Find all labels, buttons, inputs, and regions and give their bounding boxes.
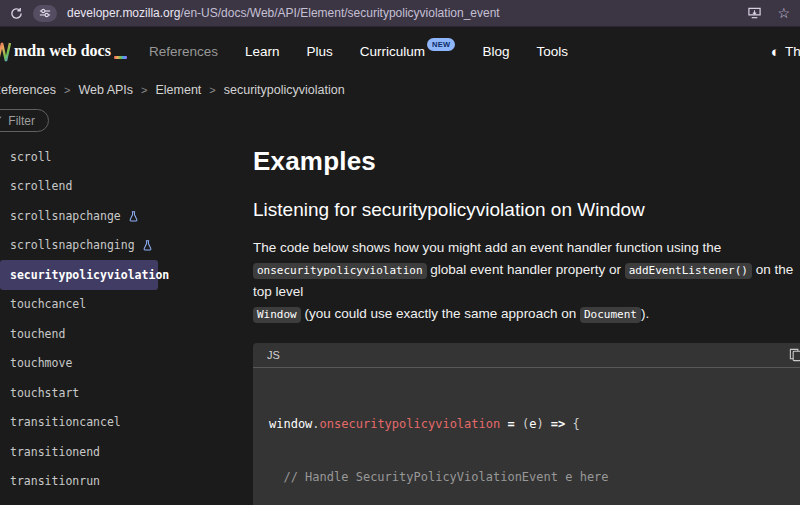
inline-code-document[interactable]: Document <box>580 307 641 323</box>
paragraph-line: Window (you could use exactly the same a… <box>253 303 800 326</box>
inline-code-onsecuritypolicyviolation[interactable]: onsecuritypolicyviolation <box>253 263 427 279</box>
crumb-current-page: securitypolicyviolation <box>224 83 345 97</box>
article: Examples Listening for securitypolicyvio… <box>253 104 800 505</box>
sidebar-item-transitionend[interactable]: transitionend <box>0 437 253 467</box>
sidebar-item-touchcancel[interactable]: touchcancel <box>0 290 253 320</box>
paragraph-text: global event handler property or <box>427 262 625 277</box>
code-token: ) <box>536 417 543 431</box>
main-nav: References Learn Plus CurriculumNEW Blog… <box>149 44 568 59</box>
subsection-heading: Listening for securitypolicyviolation on… <box>253 198 800 221</box>
breadcrumb-separator: > <box>64 84 70 96</box>
mdn-header: mdn web docs References Learn Plus Curri… <box>0 27 800 76</box>
code-content: window.onsecuritypolicyviolation = (e) =… <box>253 368 800 505</box>
sidebar-item-scroll[interactable]: scroll <box>0 142 253 172</box>
sidebar-item-label: scrollsnapchange <box>10 209 121 223</box>
nav-curriculum-label: Curriculum <box>360 44 425 59</box>
nav-references[interactable]: References <box>149 44 218 59</box>
sidebar-item-label: touchcancel <box>10 297 86 311</box>
code-line: // Handle SecurityPolicyViolationEvent e… <box>269 469 794 487</box>
sidebar-item-scrollsnapchanging[interactable]: scrollsnapchanging <box>0 231 253 261</box>
code-token: onsecuritypolicyviolation <box>320 417 501 431</box>
install-page-icon[interactable] <box>747 6 762 20</box>
code-token: . <box>312 417 319 431</box>
paragraph-text: The code below shows how you might add a… <box>253 240 721 255</box>
sidebar-item-transitionstart[interactable]: transitionstart <box>0 496 253 505</box>
experimental-flask-icon <box>128 211 139 222</box>
paragraph-line: The code below shows how you might add a… <box>253 237 800 259</box>
paragraph-text: ). <box>641 306 649 321</box>
paragraph-line: onsecuritypolicyviolation global event h… <box>253 259 800 303</box>
sidebar-item-transitioncancel[interactable]: transitioncancel <box>0 408 253 438</box>
sidebar-item-label: scrollend <box>10 179 72 193</box>
code-comment: // Handle SecurityPolicyViolationEvent e… <box>269 470 609 484</box>
code-token: window <box>269 417 312 431</box>
breadcrumb-separator: > <box>141 84 147 96</box>
code-language-label: JS <box>267 349 280 361</box>
sidebar-item-scrollsnapchange[interactable]: scrollsnapchange <box>0 201 253 231</box>
sidebar-item-touchend[interactable]: touchend <box>0 319 253 349</box>
inline-code-addeventlistener[interactable]: addEventListener() <box>625 263 752 279</box>
sidebar-item-label: touchstart <box>10 386 79 400</box>
mdn-logo-underscore <box>114 56 127 59</box>
new-badge: NEW <box>427 38 455 51</box>
sidebar-item-scrollend[interactable]: scrollend <box>0 172 253 202</box>
sidebar-item-touchmove[interactable]: touchmove <box>0 349 253 379</box>
section-heading-examples: Examples <box>253 146 800 176</box>
code-token: { <box>573 417 580 431</box>
nav-blog[interactable]: Blog <box>482 44 509 59</box>
paragraph-text: (you could use exactly the same approach… <box>301 306 580 321</box>
filter-label: Filter <box>8 114 35 128</box>
sidebar-item-label: scrollsnapchanging <box>10 238 135 252</box>
crumb-references[interactable]: References <box>0 83 56 97</box>
mdn-logo-mark <box>0 42 11 62</box>
copy-code-icon[interactable] <box>789 348 800 364</box>
intro-paragraph: The code below shows how you might add a… <box>253 237 800 325</box>
site-settings-icon[interactable] <box>33 5 57 22</box>
sidebar-item-securitypolicyviolation[interactable]: securitypolicyviolation <box>0 260 158 290</box>
mdn-logo[interactable]: mdn web docs <box>0 42 127 62</box>
breadcrumb-separator: > <box>209 84 215 96</box>
code-block-header: JS <box>253 343 800 368</box>
code-token: => <box>544 417 573 431</box>
sidebar-item-touchstart[interactable]: touchstart <box>0 378 253 408</box>
nav-learn[interactable]: Learn <box>245 44 280 59</box>
code-block: JS window.onsecuritypolicyviolation = (e… <box>253 343 800 505</box>
address-bar[interactable]: developer.mozilla.org/en-US/docs/Web/API… <box>67 6 500 20</box>
breadcrumb: References > Web APIs > Element > securi… <box>0 76 800 104</box>
code-token: = <box>500 417 522 431</box>
browser-toolbar: developer.mozilla.org/en-US/docs/Web/API… <box>0 0 800 27</box>
nav-tools[interactable]: Tools <box>536 44 568 59</box>
theme-toggle[interactable]: ◐ Theme <box>771 27 800 76</box>
crumb-element[interactable]: Element <box>155 83 201 97</box>
mdn-logo-text: mdn web docs <box>14 43 111 62</box>
reload-icon[interactable] <box>10 7 23 20</box>
theme-icon: ◐ <box>771 44 780 59</box>
sidebar: Filter scroll scrollend scrollsnapchange… <box>0 104 253 505</box>
sidebar-item-label: securitypolicyviolation <box>10 268 169 282</box>
sidebar-item-label: transitionrun <box>10 474 100 488</box>
sidebar-event-list: scroll scrollend scrollsnapchange scroll… <box>0 142 253 505</box>
theme-label: Theme <box>785 44 800 59</box>
sidebar-item-transitionrun[interactable]: transitionrun <box>0 467 253 497</box>
filter-funnel-icon <box>0 116 2 126</box>
inline-code-window[interactable]: Window <box>253 307 301 323</box>
sidebar-item-label: scroll <box>10 150 52 164</box>
bookmark-star-icon[interactable]: ☆ <box>777 6 790 20</box>
code-line: window.onsecuritypolicyviolation = (e) =… <box>269 416 794 434</box>
page-body: Filter scroll scrollend scrollsnapchange… <box>0 104 800 505</box>
filter-button[interactable]: Filter <box>0 109 49 132</box>
sidebar-item-label: touchmove <box>10 356 72 370</box>
sidebar-item-label: touchend <box>10 327 65 341</box>
url-path: /en-US/docs/Web/API/Element/securitypoli… <box>180 6 499 20</box>
sidebar-item-label: transitioncancel <box>10 415 121 429</box>
sidebar-item-label: transitionend <box>10 445 100 459</box>
nav-curriculum[interactable]: CurriculumNEW <box>360 44 456 59</box>
url-domain: developer.mozilla.org <box>67 6 180 20</box>
nav-plus[interactable]: Plus <box>306 44 332 59</box>
browser-actions: ☆ <box>747 6 790 20</box>
experimental-flask-icon <box>142 240 153 251</box>
crumb-web-apis[interactable]: Web APIs <box>78 83 133 97</box>
